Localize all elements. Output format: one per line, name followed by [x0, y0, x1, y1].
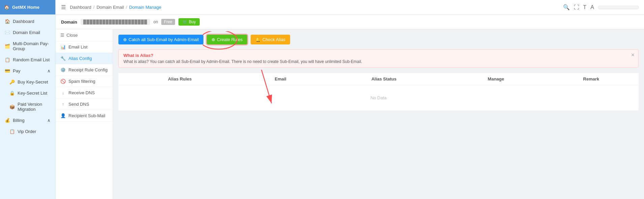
sidebar-item-paid-version[interactable]: 📦 Paid Version Migration	[0, 99, 55, 115]
vip-icon: 📋	[9, 129, 15, 134]
sidebar-item-label: Multi-Domain Pay-Group	[13, 41, 51, 51]
pay-icon: 💳	[5, 68, 10, 73]
breadcrumb: ☰ Dashboard / Domain Email / Domain Mana…	[61, 4, 161, 10]
check-alias-button[interactable]: 🔔 Check Alias	[251, 35, 290, 44]
create-rules-button[interactable]: ⊕ Create Rules	[207, 35, 247, 44]
domain-status: on	[153, 20, 158, 24]
sub-sidebar-alias-config[interactable]: 🔧 Alias Config	[56, 53, 113, 64]
sidebar-item-label: Buy Key-Secret	[18, 79, 48, 85]
catch-icon: ⊕	[123, 37, 127, 42]
sidebar-item-buy-key[interactable]: 🔑 Buy Key-Secret	[0, 76, 55, 88]
sub-sidebar-recipient[interactable]: 👤 Recipient Sub-Mail	[56, 110, 113, 122]
alert-title: What is Alias?	[123, 53, 634, 58]
top-bar-right: 🔍 ⛶ T A	[563, 4, 639, 10]
dashboard-icon: 🏠	[5, 19, 10, 24]
bell-icon: 🔔	[255, 37, 261, 42]
alias-icon: 🔧	[60, 56, 66, 61]
breadcrumb-domain-email[interactable]: Domain Email	[96, 5, 124, 10]
chevron-up-icon: ∧	[47, 118, 51, 123]
breadcrumb-dashboard[interactable]: Dashboard	[70, 5, 91, 10]
email-icon: ✉️	[5, 30, 10, 35]
sub-item-label: Receive DNS	[68, 90, 95, 95]
receipt-icon: ⚙️	[60, 67, 66, 72]
sub-sidebar-spam[interactable]: 🚫 Spam filtering	[56, 76, 113, 87]
free-badge: Free	[161, 19, 175, 25]
sidebar-section-billing[interactable]: 💰 Billing ∧	[0, 115, 55, 126]
sidebar-item-multi-domain[interactable]: 🗂️ Multi-Domain Pay-Group	[0, 38, 55, 54]
sub-item-label: Email List	[68, 44, 87, 49]
sidebar-item-label: Dashboard	[13, 19, 34, 24]
catch-label: Catch all Sub-Email by Admin-Email	[129, 37, 199, 42]
menu-icon[interactable]: ☰	[61, 4, 66, 10]
col-remark: Remark	[544, 73, 639, 85]
content-area: ☰ Close 📊 Email List 🔧 Alias Config ⚙️ R…	[56, 29, 644, 199]
sidebar-nav: 🏠 Dashboard ✉️ Domain Email 🗂️ Multi-Dom…	[0, 14, 55, 199]
sub-sidebar-email-list[interactable]: 📊 Email List	[56, 41, 113, 53]
font-icon[interactable]: T	[583, 4, 587, 10]
domain-value: ████████████████████	[81, 19, 150, 25]
sidebar-item-key-list[interactable]: 🔒 Key-Secret List	[0, 88, 55, 99]
create-label: Create Rules	[217, 37, 243, 42]
search-icon[interactable]: 🔍	[563, 4, 570, 10]
create-icon: ⊕	[212, 37, 215, 42]
domain-bar: Domain ████████████████████ on Free 🛒 Bu…	[56, 15, 644, 29]
left-sidebar: 🏠 GetMX Home 🏠 Dashboard ✉️ Domain Email…	[0, 0, 56, 199]
breadcrumb-current: Domain Manage	[129, 5, 161, 10]
actions-row: ⊕ Catch all Sub-Email by Admin-Email ⊕ C…	[118, 35, 639, 44]
chart-icon: 📊	[60, 44, 66, 49]
no-data-row: No Data	[118, 85, 639, 111]
col-manage: Manage	[448, 73, 544, 85]
sidebar-item-random-email[interactable]: 📋 Random Email List	[0, 54, 55, 65]
alert-box: What is Alias? What is alias? You can ca…	[118, 49, 639, 68]
col-alias-rules: Alias Rules	[118, 73, 241, 85]
sidebar-section-label: Billing	[13, 118, 25, 123]
catch-all-button[interactable]: ⊕ Catch all Sub-Email by Admin-Email	[118, 35, 203, 44]
accessibility-icon[interactable]: A	[590, 4, 594, 10]
billing-icon: 💰	[5, 118, 10, 123]
sidebar-item-label: Paid Version Migration	[18, 102, 51, 112]
col-email: Email	[241, 73, 320, 85]
sidebar-item-label: Random Email List	[13, 57, 50, 62]
close-label: Close	[66, 33, 78, 38]
cart-icon: 🛒	[183, 20, 188, 24]
page-content: ⊕ Catch all Sub-Email by Admin-Email ⊕ C…	[113, 29, 644, 199]
buy-button[interactable]: 🛒 Buy	[178, 18, 200, 26]
domain-label: Domain	[61, 20, 77, 25]
home-icon: 🏠	[4, 5, 9, 10]
sub-item-label: Receipt Rule Config	[68, 67, 108, 72]
expand-icon[interactable]: ⛶	[574, 4, 579, 10]
sidebar-section-label: Pay	[13, 68, 20, 73]
sub-sidebar-send-dns[interactable]: ↑ Send DNS	[56, 99, 113, 110]
sidebar-item-domain-email[interactable]: ✉️ Domain Email	[0, 27, 55, 38]
sub-item-label: Send DNS	[68, 102, 89, 107]
lock-icon: 🔒	[9, 91, 15, 96]
sub-sidebar: ☰ Close 📊 Email List 🔧 Alias Config ⚙️ R…	[56, 29, 113, 199]
alias-table: Alias Rules Email Alias Status Manage Re…	[118, 73, 639, 111]
sub-sidebar-receive-dns[interactable]: ↓ Receive DNS	[56, 87, 113, 99]
send-dns-icon: ↑	[60, 102, 66, 107]
sidebar-item-label: Key-Secret List	[18, 91, 47, 96]
key-icon: 🔑	[9, 79, 15, 85]
search-input[interactable]	[598, 6, 639, 9]
package-icon: 📦	[9, 104, 15, 109]
sidebar-home[interactable]: 🏠 GetMX Home	[0, 0, 55, 14]
main-content: ☰ Dashboard / Domain Email / Domain Mana…	[56, 0, 644, 199]
sub-sidebar-close[interactable]: ☰ Close	[56, 29, 113, 41]
sidebar-item-label: Domain Email	[13, 30, 40, 35]
sidebar-item-dashboard[interactable]: 🏠 Dashboard	[0, 16, 55, 27]
random-icon: 📋	[5, 57, 10, 62]
alert-body: What is alias? You can catch all Sub-Ema…	[123, 59, 634, 64]
buy-label: Buy	[189, 20, 196, 24]
sub-sidebar-receipt-rule[interactable]: ⚙️ Receipt Rule Config	[56, 64, 113, 76]
sidebar-section-pay[interactable]: 💳 Pay ∧	[0, 65, 55, 76]
list-icon: ☰	[60, 33, 64, 38]
chevron-up-icon: ∧	[47, 68, 51, 73]
sidebar-title: GetMX Home	[12, 5, 39, 10]
sidebar-item-vip-order[interactable]: 📋 Vip Order	[0, 126, 55, 137]
alert-close-button[interactable]: ✕	[631, 52, 635, 58]
col-alias-status: Alias Status	[320, 73, 448, 85]
receive-dns-icon: ↓	[60, 90, 66, 95]
recipient-icon: 👤	[60, 113, 66, 118]
spam-icon: 🚫	[60, 79, 66, 84]
sub-item-label: Spam filtering	[68, 79, 95, 84]
